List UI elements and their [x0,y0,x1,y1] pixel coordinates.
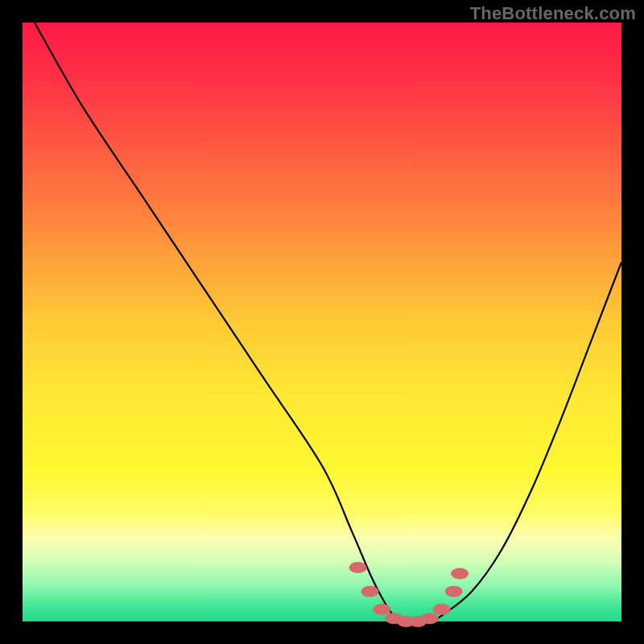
bottleneck-chart [0,0,644,644]
watermark-text: TheBottleneck.com [470,3,636,24]
optimal-marker [445,586,463,597]
gradient-background [23,23,621,621]
optimal-marker [433,604,451,615]
optimal-marker [349,562,367,573]
optimal-marker [421,613,439,624]
app-frame: TheBottleneck.com [0,0,644,644]
optimal-marker [451,568,469,579]
optimal-marker [373,604,390,615]
optimal-marker [361,586,379,597]
